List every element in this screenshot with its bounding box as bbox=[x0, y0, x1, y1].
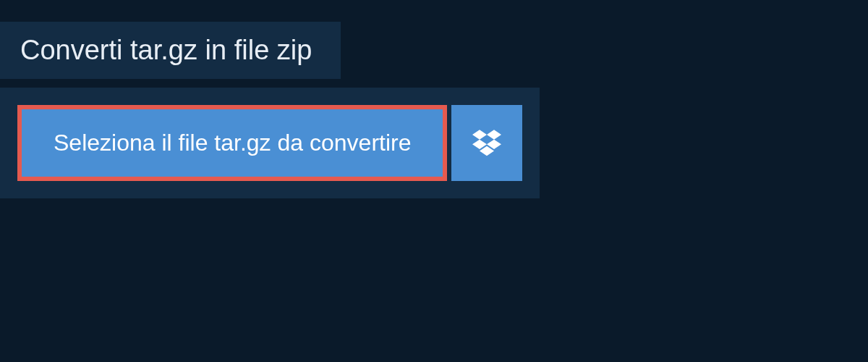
select-file-button[interactable]: Seleziona il file tar.gz da convertire bbox=[17, 105, 447, 181]
upload-panel: Seleziona il file tar.gz da convertire bbox=[0, 88, 540, 198]
select-file-label: Seleziona il file tar.gz da convertire bbox=[54, 130, 411, 156]
dropbox-icon bbox=[472, 127, 501, 159]
title-text: Converti tar.gz in file zip bbox=[20, 35, 312, 65]
page-title: Converti tar.gz in file zip bbox=[0, 22, 341, 79]
dropbox-button[interactable] bbox=[451, 105, 522, 181]
